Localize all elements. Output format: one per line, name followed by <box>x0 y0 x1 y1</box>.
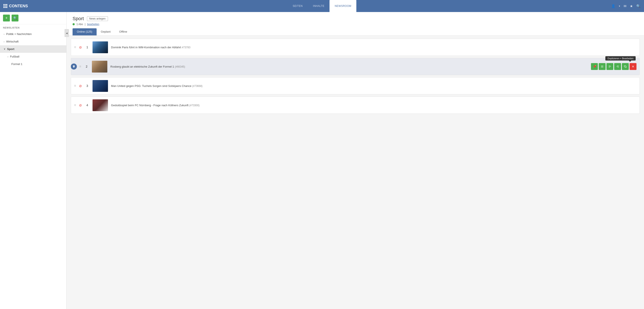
item-title: Geduldsspiel beim FC Nürnberg - Frage na… <box>111 104 636 107</box>
sidebar-item-politik[interactable]: › Politik + Nachrichten <box>0 30 66 38</box>
pin-button[interactable]: 📌 <box>591 63 598 70</box>
layout: + 🔍 NEWSLISTEN › Politik + Nachrichten ›… <box>0 12 644 309</box>
main-nav: SEITEN INHALTE NEWSROOM <box>46 0 598 12</box>
sidebar-section-label: NEWSLISTEN <box>0 24 66 30</box>
news-item: ≡ ⊘ 4 Geduldsspiel beim FC Nürnberg - Fr… <box>71 96 640 114</box>
svg-rect-1 <box>601 66 604 66</box>
sidebar-toggle[interactable]: ◀ <box>64 29 69 37</box>
news-anlegen-button[interactable]: News anlegen <box>87 16 108 21</box>
svg-rect-8 <box>618 67 619 68</box>
tooltip: Duplizieren + Bearbeiten <box>605 56 636 60</box>
nav-newsroom[interactable]: NEWSROOM <box>330 0 356 12</box>
edit-list-button[interactable] <box>599 63 606 70</box>
sidebar-item-formel1[interactable]: Formel 1 <box>0 60 66 68</box>
soccer-image <box>92 80 108 92</box>
stop-icon: ⊘ <box>79 45 82 49</box>
news-item: ≡ 2 Rosberg glaubt an elektrische Zukunf… <box>71 58 640 75</box>
title-row: Sport News anlegen <box>72 16 638 22</box>
item-thumbnail <box>92 61 107 72</box>
logo: CONTENS <box>4 4 46 8</box>
remove-button[interactable]: ✕ <box>630 63 636 70</box>
sidebar: + 🔍 NEWSLISTEN › Politik + Nachrichten ›… <box>0 12 66 309</box>
drag-handle-icon[interactable]: ≡ <box>74 45 76 49</box>
drag-handle-icon[interactable]: ≡ <box>79 64 81 68</box>
item-number: 3 <box>85 84 90 88</box>
svg-rect-2 <box>601 67 604 68</box>
sidebar-item-wirtschaft[interactable]: › Wirtschaft <box>0 38 66 45</box>
item-number: 2 <box>84 65 89 68</box>
item-actions: Duplizieren + Bearbeiten 📌 ✕ <box>591 63 636 70</box>
item-thumbnail <box>92 42 108 53</box>
stop-icon: ⊘ <box>79 84 82 88</box>
svg-rect-3 <box>609 66 610 66</box>
svg-rect-5 <box>609 67 610 68</box>
sidebar-item-label: Wirtschaft <box>6 40 19 43</box>
svg-rect-7 <box>616 66 619 66</box>
item-thumbnail <box>92 99 108 111</box>
sidebar-item-sport[interactable]: ∨ Sport <box>0 45 66 53</box>
item-title: Dominik Paris führt in WM-Kombination na… <box>111 46 636 49</box>
svg-rect-0 <box>601 66 604 66</box>
drag-handle-icon[interactable]: ≡ <box>74 103 76 107</box>
svg-rect-9 <box>625 66 626 68</box>
search-icon[interactable]: 🔍 <box>636 4 640 8</box>
item-id: (#73300) <box>189 104 200 107</box>
sidebar-toolbar: + 🔍 <box>0 12 66 24</box>
item-number: 4 <box>85 104 90 107</box>
nav-seiten[interactable]: SEITEN <box>288 0 308 12</box>
rosberg-image <box>92 61 107 72</box>
user-icon[interactable]: 👤 <box>611 4 616 8</box>
arrow-icon: › <box>4 33 4 36</box>
star-icon[interactable]: ★ <box>630 4 633 8</box>
main-content: Sport News anlegen 1 Abo | bearbeiten On… <box>66 12 644 309</box>
sidebar-item-fussball[interactable]: › Fußball <box>0 53 66 60</box>
nav-inhalte[interactable]: INHALTE <box>308 0 330 12</box>
stop-icon: ⊘ <box>79 103 82 107</box>
main-header: Sport News anlegen 1 Abo | bearbeiten On… <box>66 12 644 36</box>
arrow-icon: › <box>4 40 4 43</box>
status-dot <box>72 23 75 25</box>
svg-rect-4 <box>609 66 611 66</box>
duplicate-button[interactable] <box>622 63 629 70</box>
sidebar-item-label: Formel 1 <box>12 62 22 66</box>
align-left-button[interactable] <box>606 63 613 70</box>
add-button[interactable]: + <box>3 14 10 22</box>
nurnberg-image <box>92 99 108 111</box>
sidebar-item-label: Fußball <box>10 55 19 58</box>
header-actions: 👤 ▾ ✉ ★ 🔍 <box>598 4 640 8</box>
item-title: Man United gegen PSG: Tuchels Sorgen sin… <box>111 84 636 88</box>
news-item: ≡ ⊘ 3 Man United gegen PSG: Tuchels Sorg… <box>71 77 640 94</box>
item-thumbnail <box>92 80 108 92</box>
svg-rect-6 <box>617 66 619 66</box>
sidebar-item-label: Sport <box>7 48 14 51</box>
align-right-button[interactable] <box>614 63 621 70</box>
tab-geplant[interactable]: Geplant <box>96 28 115 36</box>
news-item: ≡ ⊘ 1 Dominik Paris führt in WM-Kombinat… <box>71 38 640 56</box>
tab-online[interactable]: Online (125) <box>72 28 96 36</box>
pinned-badge <box>71 64 77 70</box>
item-number: 1 <box>85 46 90 49</box>
bearbeiten-link[interactable]: bearbeiten <box>87 23 100 26</box>
mail-icon[interactable]: ✉ <box>624 4 626 8</box>
arrow-icon: › <box>8 55 8 58</box>
sidebar-nav: › Politik + Nachrichten › Wirtschaft ∨ S… <box>0 30 66 309</box>
header: CONTENS SEITEN INHALTE NEWSROOM 👤 ▾ ✉ ★ … <box>0 0 644 12</box>
subtitle-row: 1 Abo | bearbeiten <box>72 23 638 26</box>
drag-handle-icon[interactable]: ≡ <box>74 84 76 88</box>
logo-text: CONTENS <box>9 4 28 8</box>
logo-grid-icon <box>4 4 7 8</box>
item-title: Rosberg glaubt an elektrische Zukunft de… <box>110 65 588 68</box>
search-button[interactable]: 🔍 <box>12 14 18 22</box>
dropdown-icon[interactable]: ▾ <box>619 5 620 8</box>
separator: | <box>85 23 86 26</box>
collapse-arrow-icon: ∨ <box>4 48 5 50</box>
tab-offline[interactable]: Offline <box>115 28 132 36</box>
abo-text: 1 Abo <box>76 23 83 26</box>
page-title: Sport <box>72 16 84 22</box>
item-id: (#66345) <box>175 65 185 68</box>
item-id: #73783 <box>182 46 190 49</box>
news-list: ≡ ⊘ 1 Dominik Paris führt in WM-Kombinat… <box>66 36 644 309</box>
item-id: (#73668) <box>192 84 202 88</box>
tabs: Online (125) Geplant Offline <box>72 28 638 36</box>
ski-image <box>92 42 108 53</box>
